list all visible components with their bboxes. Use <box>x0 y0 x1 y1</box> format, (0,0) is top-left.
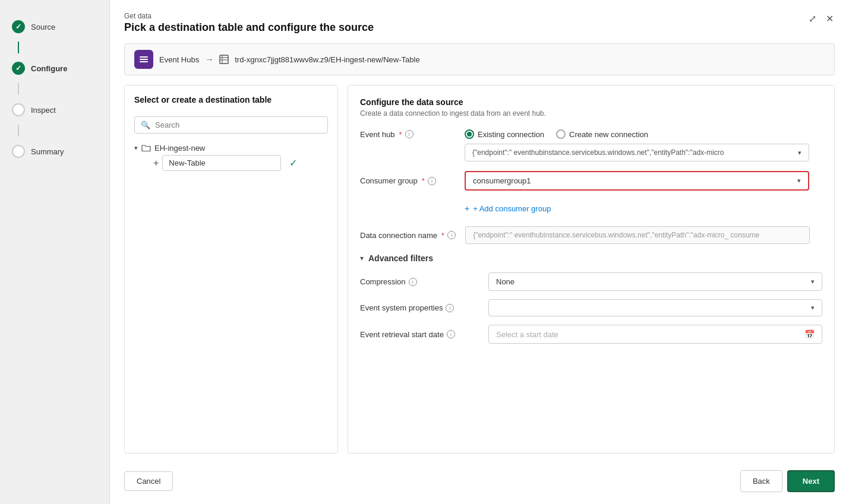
radio-group: Existing connection Create new connectio… <box>465 129 648 139</box>
main-content: ⤢ ✕ Get data Pick a destination table an… <box>110 0 849 504</box>
event-system-props-label: Event system properties i <box>360 303 479 312</box>
create-new-option[interactable]: Create new connection <box>556 129 648 139</box>
consumer-group-value: consumergroup1 <box>473 176 531 185</box>
calendar-icon: 📅 <box>804 329 815 339</box>
data-connection-info-icon[interactable]: i <box>447 231 456 239</box>
add-consumer-group-label: + Add consumer group <box>473 204 551 213</box>
header-actions: ⤢ ✕ <box>807 12 835 26</box>
connection-value: {"endpoint":" eventhubinstance.servicebu… <box>472 148 724 157</box>
event-retrieval-date-input[interactable]: Select a start date 📅 <box>488 325 822 344</box>
svg-rect-1 <box>140 59 148 60</box>
existing-connection-option[interactable]: Existing connection <box>465 129 544 139</box>
existing-connection-label: Existing connection <box>478 130 544 139</box>
left-panel: Select or create a destination table 🔍 ▾… <box>124 85 338 454</box>
close-button[interactable]: ✕ <box>825 12 835 26</box>
event-hub-label: Event hub * i <box>360 130 455 139</box>
tree-check-icon: ✓ <box>289 157 297 169</box>
create-new-radio-circle <box>556 129 566 139</box>
breadcrumb-arrow: → <box>205 55 213 64</box>
file-tree: ▾ EH-ingest-new + ✓ <box>134 141 328 171</box>
event-system-props-dropdown[interactable]: ▾ <box>488 299 822 316</box>
right-panel-subtitle: Create a data connection to ingest data … <box>360 109 822 118</box>
compression-chevron-icon: ▾ <box>811 278 815 286</box>
compression-label: Compression i <box>360 277 479 286</box>
step-circle-configure <box>12 62 25 75</box>
get-data-label: Get data <box>124 12 835 20</box>
footer-right: Back Next <box>740 470 835 492</box>
connection-dropdown-row: {"endpoint":" eventhubinstance.servicebu… <box>465 144 822 161</box>
cancel-button[interactable]: Cancel <box>124 471 173 491</box>
data-connection-input[interactable]: {"endpoint":" eventhubinstance.servicebu… <box>465 226 810 244</box>
connector-3 <box>18 125 19 137</box>
advanced-filters-chevron-icon: ▾ <box>360 254 364 262</box>
compression-info-icon[interactable]: i <box>409 278 417 286</box>
search-box[interactable]: 🔍 <box>134 116 328 134</box>
connection-chevron-icon: ▾ <box>798 149 801 157</box>
event-system-props-row: Event system properties i ▾ <box>360 299 822 316</box>
breadcrumb-destination: trd-xgnxc7jjgt881wwv8w.z9/EH-ingest-new/… <box>219 55 419 64</box>
create-new-label: Create new connection <box>569 130 648 139</box>
event-hub-info-icon[interactable]: i <box>405 130 414 138</box>
add-consumer-group-area: + + Add consumer group <box>465 200 822 217</box>
sidebar-label-configure: Configure <box>31 64 67 73</box>
consumer-group-info-icon[interactable]: i <box>428 177 436 185</box>
svg-rect-3 <box>220 55 228 64</box>
tree-folder-label: EH-ingest-new <box>154 144 205 153</box>
event-system-props-info-icon[interactable]: i <box>446 304 454 312</box>
event-retrieval-info-icon[interactable]: i <box>447 330 455 338</box>
expand-button[interactable]: ⤢ <box>807 12 818 26</box>
sidebar-item-configure[interactable]: Configure <box>0 53 109 83</box>
sidebar: Source Configure Inspect Summary <box>0 0 110 504</box>
step-circle-source <box>12 20 25 33</box>
tree-folder-item[interactable]: ▾ EH-ingest-new <box>134 141 328 155</box>
event-hubs-icon <box>134 50 153 69</box>
compression-dropdown[interactable]: None ▾ <box>488 272 822 291</box>
event-hub-row: Event hub * i Existing connection Create… <box>360 129 822 139</box>
consumer-group-dropdown[interactable]: consumergroup1 ▾ <box>465 171 809 191</box>
svg-rect-2 <box>140 61 148 62</box>
consumer-group-label: Consumer group * i <box>360 176 455 185</box>
breadcrumb-source-name: Event Hubs <box>159 55 199 64</box>
sidebar-item-source[interactable]: Source <box>0 12 109 42</box>
breadcrumb-bar: Event Hubs → trd-xgnxc7jjgt881wwv8w.z9/E… <box>124 43 835 75</box>
step-circle-summary <box>12 145 25 158</box>
next-button[interactable]: Next <box>787 470 835 492</box>
search-icon: 🔍 <box>141 121 150 129</box>
right-panel: Configure the data source Create a data … <box>348 85 835 454</box>
tree-plus-icon[interactable]: + <box>153 158 159 169</box>
back-button[interactable]: Back <box>740 470 782 492</box>
compression-value: None <box>496 277 515 286</box>
connection-dropdown[interactable]: {"endpoint":" eventhubinstance.servicebu… <box>465 144 809 161</box>
table-name-input[interactable] <box>162 155 281 171</box>
content-area: Select or create a destination table 🔍 ▾… <box>124 85 835 454</box>
event-system-props-chevron-icon: ▾ <box>811 304 815 312</box>
tree-chevron-icon[interactable]: ▾ <box>134 144 138 152</box>
consumer-group-chevron-icon: ▾ <box>797 177 801 185</box>
breadcrumb-dest-text: trd-xgnxc7jjgt881wwv8w.z9/EH-ingest-new/… <box>235 55 419 64</box>
step-circle-inspect <box>12 103 25 116</box>
advanced-filters-header[interactable]: ▾ Advanced filters <box>360 253 822 263</box>
svg-rect-0 <box>140 56 148 58</box>
consumer-group-row: Consumer group * i consumergroup1 ▾ <box>360 171 822 191</box>
event-retrieval-row: Event retrieval start date i Select a st… <box>360 325 822 344</box>
connector-2 <box>18 83 19 95</box>
sidebar-item-inspect[interactable]: Inspect <box>0 95 109 125</box>
connector-1 <box>18 42 19 53</box>
page-title: Pick a destination table and configure t… <box>124 21 835 34</box>
search-input[interactable] <box>155 121 321 129</box>
folder-icon <box>141 143 151 153</box>
footer: Cancel Back Next <box>124 461 835 492</box>
sidebar-label-source: Source <box>31 23 55 31</box>
compression-row: Compression i None ▾ <box>360 272 822 291</box>
sidebar-label-inspect: Inspect <box>31 106 56 115</box>
add-consumer-group-button[interactable]: + + Add consumer group <box>465 200 822 217</box>
tree-child-item: + ✓ <box>153 155 328 171</box>
data-connection-row: Data connection name * i {"endpoint":" e… <box>360 226 822 244</box>
data-connection-placeholder-text: {"endpoint":" eventhubinstance.servicebu… <box>473 231 759 239</box>
page-header: Get data Pick a destination table and co… <box>124 12 835 34</box>
sidebar-item-summary[interactable]: Summary <box>0 137 109 166</box>
right-panel-title: Configure the data source <box>360 97 822 107</box>
event-retrieval-placeholder: Select a start date <box>496 330 558 339</box>
event-retrieval-label: Event retrieval start date i <box>360 330 479 339</box>
data-connection-label: Data connection name * i <box>360 231 456 240</box>
